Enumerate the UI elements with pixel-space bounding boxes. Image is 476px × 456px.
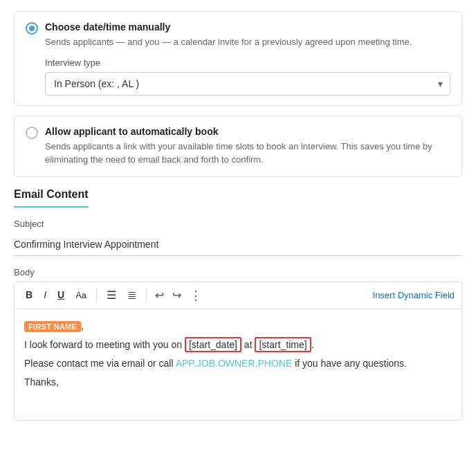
- toolbar-separator-1: [96, 289, 97, 302]
- body-editor: B I U Aa ☰ ≣ ↩ ↪ ⋮ Insert Dynamic Field: [14, 282, 462, 421]
- italic-button[interactable]: I: [39, 287, 51, 303]
- body-field-row: Body B I U Aa ☰ ≣ ↩ ↪ ⋮ Insert Dynamic F…: [14, 267, 462, 421]
- body-line-1: FIRST NAME,: [24, 318, 452, 335]
- subject-input[interactable]: [14, 233, 462, 256]
- section-title-text: Email Content: [14, 188, 89, 208]
- line2-pre-text: I look forward to meeting with you on: [24, 339, 182, 350]
- underline-button[interactable]: U: [53, 287, 68, 303]
- option-manual-title: Choose date/time manually: [45, 21, 412, 33]
- option-auto-book[interactable]: Allow applicant to automatically book Se…: [14, 116, 462, 177]
- interview-type-label: Interview type: [45, 57, 450, 68]
- body-line-2: I look forward to meeting with you on [s…: [24, 336, 452, 354]
- subject-field-row: Subject: [14, 219, 462, 256]
- undo-button[interactable]: ↩: [152, 287, 167, 303]
- editor-content-area[interactable]: FIRST NAME, I look forward to meeting wi…: [15, 309, 461, 420]
- thanks-text: Thanks,: [24, 376, 59, 387]
- editor-toolbar: B I U Aa ☰ ≣ ↩ ↪ ⋮ Insert Dynamic Field: [15, 282, 461, 309]
- interview-type-value: In Person (ex: , AL ): [46, 73, 450, 95]
- phone-tag[interactable]: APP.JOB.OWNER.PHONE: [176, 358, 293, 369]
- comma: ,: [81, 320, 84, 331]
- start-date-field[interactable]: [start_date]: [185, 337, 241, 352]
- body-line-3: Please contact me via email or call APP.…: [24, 355, 452, 372]
- page-container: Choose date/time manually Sends applican…: [0, 0, 476, 443]
- firstname-tag[interactable]: FIRST NAME: [24, 321, 81, 332]
- option-choose-manual[interactable]: Choose date/time manually Sends applican…: [14, 11, 462, 106]
- email-content-section: Email Content Subject Body B I U Aa ☰ ≣: [14, 188, 462, 421]
- font-size-button[interactable]: Aa: [71, 288, 91, 303]
- insert-dynamic-field-button[interactable]: Insert Dynamic Field: [373, 290, 455, 300]
- option-manual-desc: Sends applicants — and you — a calendar …: [45, 35, 412, 49]
- start-time-field[interactable]: [start_time]: [255, 337, 311, 352]
- line3-pre-text: Please contact me via email or call: [24, 358, 174, 369]
- line3-post-text: if you have any questions.: [295, 358, 407, 369]
- line2-post-text: .: [311, 339, 314, 350]
- ordered-list-button[interactable]: ≣: [123, 286, 140, 304]
- body-label: Body: [14, 267, 462, 277]
- email-content-title: Email Content: [14, 188, 462, 219]
- subject-label: Subject: [14, 219, 462, 229]
- unordered-list-button[interactable]: ☰: [102, 286, 120, 304]
- redo-button[interactable]: ↪: [170, 287, 184, 303]
- at-text: at: [244, 339, 253, 350]
- option-auto-desc: Sends applicants a link with your availa…: [45, 140, 450, 167]
- body-line-4: Thanks,: [24, 374, 452, 391]
- radio-auto-book[interactable]: [26, 127, 38, 139]
- more-options-button[interactable]: ⋮: [187, 286, 205, 304]
- interview-type-select[interactable]: In Person (ex: , AL ) ▾: [45, 72, 450, 95]
- option-auto-title: Allow applicant to automatically book: [45, 126, 450, 137]
- radio-manual[interactable]: [26, 22, 38, 35]
- toolbar-separator-2: [146, 289, 147, 302]
- bold-button[interactable]: B: [21, 287, 37, 303]
